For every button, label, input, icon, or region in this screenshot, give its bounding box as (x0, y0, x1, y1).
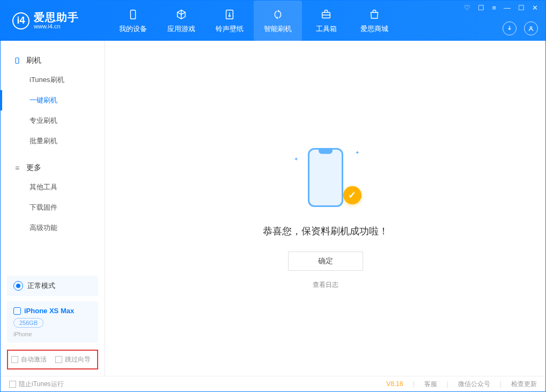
svg-point-2 (229, 15, 231, 17)
body: 刷机 iTunes刷机 一键刷机 专业刷机 批量刷机 ≡ 更多 其他工具 下载固… (1, 41, 545, 376)
list-icon: ≡ (13, 164, 21, 172)
device-name: iPhone XS Max (24, 307, 74, 315)
checkbox-icon (11, 356, 18, 363)
note-icon[interactable]: ☐ (478, 4, 484, 12)
phone-outline-icon (13, 57, 21, 64)
mode-card[interactable]: 正常模式 (7, 276, 98, 296)
logo-icon: i4 (12, 12, 29, 29)
device-card[interactable]: iPhone XS Max 256GB iPhone (7, 301, 98, 343)
version-label: V8.16 (386, 380, 403, 388)
minimize-button[interactable]: — (504, 4, 511, 12)
device-phone-icon (13, 307, 21, 315)
svg-point-4 (530, 27, 532, 29)
logo[interactable]: i4 爱思助手 www.i4.cn (12, 11, 104, 29)
svg-rect-0 (130, 10, 135, 19)
sidebar-item-itunes-flash[interactable]: iTunes刷机 (1, 70, 105, 90)
checkbox-auto-activate[interactable]: 自动激活 (11, 355, 47, 364)
mode-label: 正常模式 (27, 281, 55, 291)
header-right: ♡ ☐ ≡ — ☐ ✕ (464, 1, 538, 41)
device-type: iPhone (13, 331, 92, 337)
device-panel: 正常模式 iPhone XS Max 256GB iPhone (7, 276, 98, 343)
sidebar-item-batch-flash[interactable]: 批量刷机 (1, 131, 105, 151)
menu-icon[interactable]: ≡ (492, 4, 496, 12)
checkbox-icon (9, 381, 16, 388)
maximize-button[interactable]: ☐ (518, 4, 525, 12)
checkbox-block-itunes[interactable]: 阻止iTunes运行 (9, 380, 64, 389)
nav-store[interactable]: 爱思商城 (350, 1, 399, 41)
success-message: 恭喜您，保资料刷机成功啦！ (263, 225, 388, 238)
footer-link-support[interactable]: 客服 (424, 380, 437, 389)
footer: 阻止iTunes运行 V8.16 | 客服 | 微信公众号 | 检查更新 (1, 376, 545, 391)
view-log-link[interactable]: 查看日志 (313, 280, 338, 290)
svg-rect-5 (16, 58, 19, 64)
header: i4 爱思助手 www.i4.cn 我的设备 应用游戏 铃声壁纸 智能刷机 (1, 1, 545, 41)
toolbox-icon (320, 8, 333, 21)
nav-ringtone-wallpaper[interactable]: 铃声壁纸 (205, 1, 254, 41)
check-badge-icon: ✓ (343, 186, 361, 204)
ok-button[interactable]: 确定 (288, 252, 363, 271)
footer-link-update[interactable]: 检查更新 (511, 380, 537, 389)
app-title: 爱思助手 (34, 11, 79, 23)
checkbox-skip-guide[interactable]: 跳过向导 (55, 355, 91, 364)
sparkle-icon: ✦ (294, 156, 298, 162)
refresh-icon (271, 8, 284, 21)
cube-icon (175, 8, 188, 21)
app-url: www.i4.cn (34, 23, 79, 29)
nav-smart-flash[interactable]: 智能刷机 (254, 1, 302, 41)
nav-my-device[interactable]: 我的设备 (109, 1, 157, 41)
phone-illustration (308, 148, 343, 207)
main-content: ✦ ✦ ✓ 恭喜您，保资料刷机成功啦！ 确定 查看日志 (105, 41, 545, 376)
store-icon (368, 8, 381, 21)
app-window: i4 爱思助手 www.i4.cn 我的设备 应用游戏 铃声壁纸 智能刷机 (0, 0, 546, 392)
shirt-icon[interactable]: ♡ (464, 4, 470, 12)
mode-indicator-icon (13, 281, 23, 291)
sidebar: 刷机 iTunes刷机 一键刷机 专业刷机 批量刷机 ≡ 更多 其他工具 下载固… (1, 41, 105, 376)
sidebar-item-advanced[interactable]: 高级功能 (1, 218, 105, 238)
close-button[interactable]: ✕ (532, 4, 538, 12)
device-storage: 256GB (13, 318, 43, 328)
nav-apps-games[interactable]: 应用游戏 (157, 1, 205, 41)
main-nav: 我的设备 应用游戏 铃声壁纸 智能刷机 工具箱 爱思商城 (109, 1, 399, 41)
sidebar-group-more: ≡ 更多 (1, 159, 105, 177)
sidebar-item-download-firmware[interactable]: 下载固件 (1, 197, 105, 218)
music-icon (223, 8, 236, 21)
footer-link-wechat[interactable]: 微信公众号 (458, 380, 490, 389)
checkbox-icon (55, 356, 62, 363)
sidebar-item-other-tools[interactable]: 其他工具 (1, 177, 105, 197)
sidebar-item-pro-flash[interactable]: 专业刷机 (1, 110, 105, 131)
device-icon (127, 8, 139, 21)
sidebar-item-oneclick-flash[interactable]: 一键刷机 (1, 90, 105, 110)
download-icon[interactable] (503, 21, 517, 35)
sparkle-icon: ✦ (355, 150, 359, 156)
window-controls: ♡ ☐ ≡ — ☐ ✕ (464, 4, 538, 12)
nav-toolbox[interactable]: 工具箱 (302, 1, 350, 41)
sidebar-group-flash: 刷机 (1, 51, 105, 70)
success-illustration: ✦ ✦ ✓ (296, 145, 355, 210)
highlighted-options: 自动激活 跳过向导 (7, 350, 98, 369)
user-icon[interactable] (524, 21, 538, 35)
